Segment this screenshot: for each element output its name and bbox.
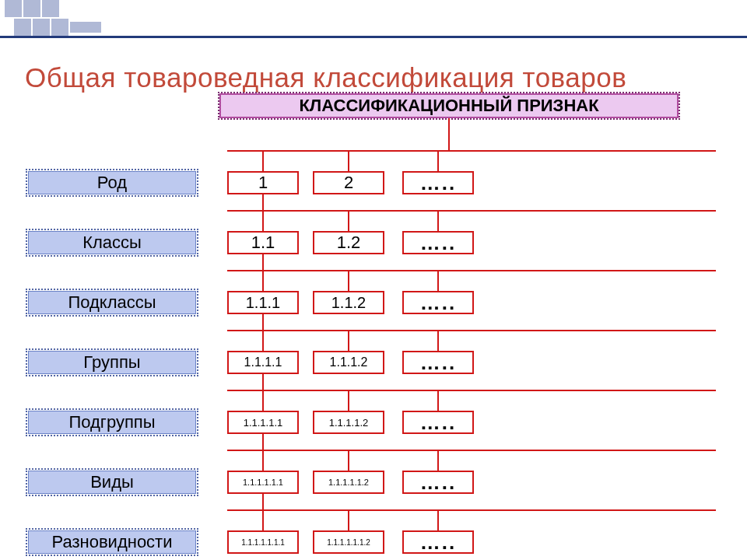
- hierarchy-node: 1.2: [313, 231, 384, 254]
- node-code: 1.1.1.1.1.1.1: [241, 538, 285, 547]
- deco-square: [14, 19, 31, 36]
- hierarchy-node: 1: [227, 171, 299, 194]
- hierarchy-node: 1.1.1.1.1: [227, 411, 299, 434]
- hierarchy-node: 1.1.1.1.1.1.1: [227, 530, 299, 554]
- ellipsis-text: …..: [420, 471, 456, 495]
- node-code: 1: [258, 173, 268, 193]
- hierarchy-node: 1.1.1.1.1.1: [227, 471, 299, 494]
- node-code: 1.2: [337, 233, 361, 253]
- hierarchy-node: 1.1.1.2: [313, 351, 384, 374]
- ellipsis-text: …..: [420, 291, 456, 315]
- ellipsis-text: …..: [420, 231, 456, 255]
- deco-square: [5, 0, 22, 17]
- deco-square: [23, 0, 40, 17]
- node-ellipsis: …..: [402, 411, 474, 434]
- node-ellipsis: …..: [402, 171, 474, 194]
- level-label: Классы: [28, 231, 196, 254]
- level-label: Подгруппы: [28, 411, 196, 434]
- deco-square: [70, 22, 101, 33]
- hierarchy-node: 1.1.2: [313, 291, 384, 314]
- node-ellipsis: …..: [402, 351, 474, 374]
- node-code: 1.1.1.1.2: [329, 417, 369, 429]
- ellipsis-text: …..: [420, 530, 456, 555]
- node-ellipsis: …..: [402, 291, 474, 314]
- deco-square: [33, 19, 50, 36]
- node-ellipsis: …..: [402, 530, 474, 554]
- hierarchy-node: 1.1.1.1.1.2: [313, 471, 384, 494]
- level-label: Род: [28, 171, 196, 194]
- hierarchy-node: 1.1.1.1: [227, 351, 299, 374]
- hierarchy-node: 2: [313, 171, 384, 194]
- node-code: 1.1.1.1.1: [244, 417, 283, 429]
- ellipsis-text: …..: [420, 351, 456, 375]
- node-code: 1.1: [251, 233, 275, 253]
- level-label: Подклассы: [28, 291, 196, 314]
- hierarchy-node: 1.1.1.1.2: [313, 411, 384, 434]
- ellipsis-text: …..: [420, 171, 456, 195]
- node-ellipsis: …..: [402, 471, 474, 494]
- level-label: Разновидности: [28, 530, 196, 554]
- node-code: 1.1.1.1.1.2: [328, 478, 369, 487]
- node-code: 1.1.1.1.1.1: [243, 478, 283, 487]
- root-node: КЛАССИФИКАЦИОННЫЙ ПРИЗНАК: [219, 93, 679, 118]
- level-label: Виды: [28, 471, 196, 494]
- node-code: 1.1.1.2: [330, 355, 368, 369]
- slide-title: Общая товароведная классификация товаров: [25, 62, 626, 93]
- node-code: 2: [344, 173, 353, 193]
- node-ellipsis: …..: [402, 231, 474, 254]
- node-code: 1.1.1.1: [244, 355, 282, 369]
- ellipsis-text: …..: [420, 411, 456, 435]
- deco-square: [42, 0, 59, 17]
- node-code: 1.1.1: [246, 294, 280, 312]
- node-code: 1.1.2: [331, 294, 366, 312]
- hierarchy-node: 1.1.1: [227, 291, 299, 314]
- level-label: Группы: [28, 351, 196, 374]
- hierarchy-node: 1.1.1.1.1.1.2: [313, 530, 384, 554]
- hierarchy-node: 1.1: [227, 231, 299, 254]
- node-code: 1.1.1.1.1.1.2: [327, 538, 370, 547]
- deco-square: [51, 19, 68, 36]
- slide-top-stripe: [0, 0, 747, 38]
